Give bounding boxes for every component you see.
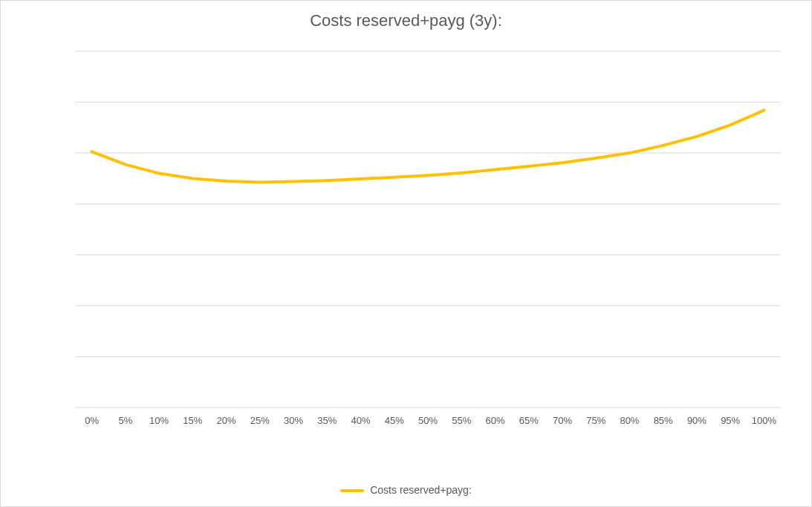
svg-text:0%: 0% <box>85 415 99 426</box>
series-line-costs <box>92 111 764 183</box>
svg-text:90%: 90% <box>687 415 707 426</box>
svg-text:45%: 45% <box>385 415 404 426</box>
svg-text:60%: 60% <box>485 415 504 426</box>
svg-text:100%: 100% <box>752 415 777 426</box>
chart-svg: € - € 200.00 € 400.00 € 600.00 € 800.00 … <box>75 44 788 437</box>
gridlines <box>75 51 781 408</box>
svg-text:65%: 65% <box>519 415 539 426</box>
svg-text:40%: 40% <box>351 415 371 426</box>
svg-text:70%: 70% <box>553 415 572 426</box>
svg-text:5%: 5% <box>118 415 132 426</box>
svg-text:10%: 10% <box>149 415 169 426</box>
legend: Costs reserved+payg: <box>1 484 811 496</box>
x-axis: 0%5%10%15%20%25%30%35%40%45%50%55%60%65%… <box>85 415 776 426</box>
svg-text:20%: 20% <box>217 415 236 426</box>
svg-text:50%: 50% <box>418 415 438 426</box>
svg-text:85%: 85% <box>654 415 673 426</box>
svg-text:80%: 80% <box>620 415 639 426</box>
svg-text:25%: 25% <box>250 415 270 426</box>
legend-swatch <box>340 489 364 492</box>
svg-text:35%: 35% <box>317 415 337 426</box>
chart-container: Costs reserved+payg (3y): € - € 200.00 €… <box>0 0 812 507</box>
legend-label: Costs reserved+payg: <box>370 484 472 496</box>
svg-text:15%: 15% <box>183 415 202 426</box>
plot-area: € - € 200.00 € 400.00 € 600.00 € 800.00 … <box>75 44 788 437</box>
svg-text:75%: 75% <box>586 415 605 426</box>
chart-title: Costs reserved+payg (3y): <box>1 11 811 30</box>
svg-text:30%: 30% <box>284 415 303 426</box>
svg-text:55%: 55% <box>452 415 471 426</box>
svg-text:95%: 95% <box>721 415 740 426</box>
